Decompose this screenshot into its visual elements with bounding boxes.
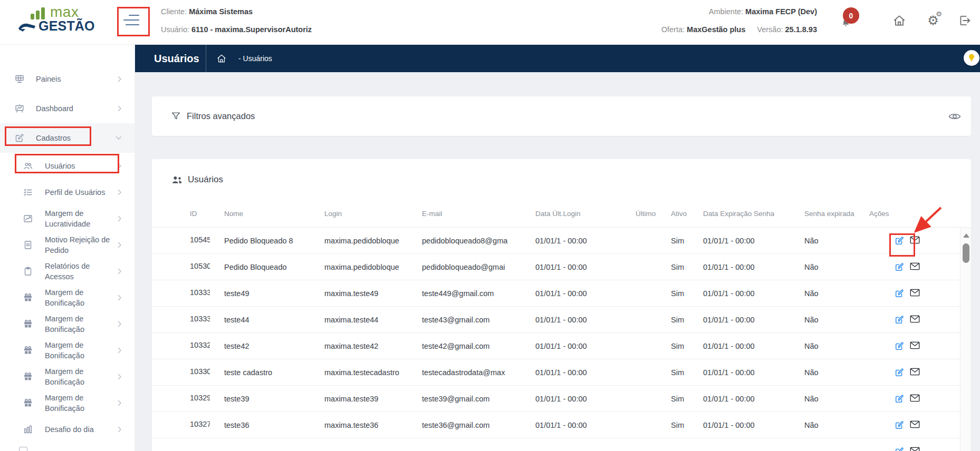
- page-title-bar: Usuários - Usuários: [135, 45, 980, 72]
- notifications-button[interactable]: 0: [841, 6, 862, 31]
- sidebar-item-paineis-0[interactable]: Paineis: [0, 64, 134, 94]
- sidebar-item-margem-de-bonificacao-9[interactable]: Margem de Bonificação: [0, 311, 134, 337]
- cell-data-expiracao-senha: 01/01/1 - 00:00: [703, 368, 804, 377]
- cell-nome: teste42: [224, 342, 324, 350]
- clipboard-icon: [23, 267, 33, 276]
- cell-ativo: Sim: [671, 421, 703, 429]
- users-icon: [23, 161, 33, 171]
- sidebar-item-label: Relatórios de Acessos: [45, 261, 114, 282]
- cell-actions: [869, 341, 957, 351]
- sidebar-item-motivo-rejeicao-de-pedido-6[interactable]: Motivo Rejeição de Pedido: [0, 232, 134, 258]
- edit-user-icon[interactable]: [895, 420, 904, 430]
- send-email-icon[interactable]: [910, 236, 919, 246]
- sidebar-item-cadastros-2[interactable]: Cadastros: [0, 123, 134, 153]
- dashboard-icon: [15, 104, 24, 113]
- table-row-8: [152, 438, 971, 451]
- sidebar-item-margem-de-bonificacao-10[interactable]: Margem de Bonificação: [0, 337, 134, 364]
- cell-login: maxima.teste49: [324, 289, 422, 298]
- col-nome: Nome: [224, 210, 324, 218]
- cell-data-ult-login: 01/01/1 - 00:00: [535, 316, 636, 324]
- cell-email: teste36@gmail.com: [422, 421, 535, 429]
- logo-text-gestao: GESTÃO: [39, 19, 95, 33]
- edit-user-icon[interactable]: [895, 315, 904, 325]
- cell-data-ult-login: 01/01/1 - 00:00: [535, 342, 636, 350]
- sidebar-item-margem-de-lucratividade-5[interactable]: Margem de Lucratividade: [0, 205, 134, 232]
- sidebar-item-dashboard-1[interactable]: Dashboard: [0, 94, 134, 123]
- home-button[interactable]: [890, 12, 908, 30]
- edit-user-icon[interactable]: [895, 262, 904, 272]
- toggle-visibility-eye-icon[interactable]: [948, 112, 961, 121]
- sidebar-item-label: Usuários: [45, 161, 75, 171]
- cell-nome: teste39: [224, 395, 324, 403]
- edit-user-icon[interactable]: [895, 368, 904, 377]
- chevron-right-icon: [118, 400, 122, 406]
- send-email-icon[interactable]: [910, 368, 919, 377]
- sidebar-item-relatorios-de-acessos-7[interactable]: Relatórios de Acessos: [0, 258, 134, 285]
- help-tips-button[interactable]: [964, 50, 979, 66]
- chevron-right-icon: [118, 374, 122, 380]
- sidebar-item-desafio-do-dia-13[interactable]: Desafio do dia: [0, 416, 134, 443]
- advanced-filters-toggle[interactable]: Filtros avançados: [152, 96, 971, 136]
- send-email-icon[interactable]: [910, 289, 919, 298]
- cell-senha-expirada: Não: [804, 395, 869, 403]
- menu-toggle-button[interactable]: [123, 13, 143, 30]
- sidebar-nav: PaineisDashboardCadastrosUsuáriosPerfil …: [0, 45, 135, 451]
- edit-user-icon[interactable]: [895, 289, 904, 298]
- cell-data-ult-login: 01/01/1 - 00:00: [535, 368, 636, 377]
- table-row-1: 10530Pedido Bloqueadomaxima.pedidobloque…: [152, 254, 971, 280]
- cell-actions: [869, 368, 957, 377]
- client-label: Cliente:: [161, 7, 187, 16]
- edit-user-icon[interactable]: [895, 447, 904, 451]
- cell-data-expiracao-senha: 01/01/1 - 00:00: [703, 342, 804, 350]
- chart-trend-icon: [23, 214, 33, 223]
- send-email-icon[interactable]: [910, 341, 919, 351]
- send-email-icon[interactable]: [910, 420, 919, 430]
- logout-button[interactable]: [956, 12, 974, 30]
- sidebar-item-margem-de-bonificacao-11[interactable]: Margem de Bonificação: [0, 364, 134, 390]
- col-ultimo: Último: [636, 210, 671, 218]
- cell-data-expiracao-senha: 01/01/1 - 00:00: [703, 421, 804, 429]
- sidebar-item-label: Cadastros: [36, 133, 71, 143]
- cell-ativo: Sim: [671, 316, 703, 324]
- user-value: 6110 - maxima.SupervisorAutoriz: [191, 25, 312, 34]
- send-email-icon[interactable]: [910, 315, 919, 325]
- table-scrollbar[interactable]: [960, 228, 971, 451]
- cell-actions: [869, 420, 957, 430]
- table-body: 10545Pedido Bloqueado 8maxima.pedidobloq…: [152, 228, 971, 451]
- logo-hand-icon: [18, 20, 36, 33]
- sidebar-item-label: Margem de Bonificação: [45, 287, 114, 308]
- breadcrumb-home-link[interactable]: [216, 53, 227, 64]
- scroll-up-arrow-icon[interactable]: [963, 233, 969, 238]
- cell-ativo: Sim: [671, 237, 703, 245]
- send-email-icon[interactable]: [910, 262, 919, 272]
- sidebar-item-perfil-de-usuarios-4[interactable]: Perfil de Usuários: [0, 179, 134, 205]
- cell-id: 10333: [190, 288, 224, 298]
- edit-user-icon[interactable]: [895, 341, 904, 351]
- cell-senha-expirada: Não: [804, 368, 869, 377]
- gift-icon: [23, 319, 33, 329]
- send-email-icon[interactable]: [910, 447, 919, 451]
- sidebar-item-margem-de-bonificacao-8[interactable]: Margem de Bonificação: [0, 285, 134, 311]
- edit-square-icon: [15, 133, 24, 143]
- sidebar-item-label: Perfil de Usuários: [45, 187, 105, 198]
- edit-user-icon[interactable]: [895, 394, 904, 404]
- logo-bars-icon: [31, 7, 46, 19]
- cell-data-ult-login: 01/01/1 - 00:00: [535, 237, 636, 245]
- cell-login: maxima.teste42: [324, 342, 422, 350]
- col-acoes: Ações: [869, 210, 957, 218]
- chevron-down-icon: [116, 136, 122, 140]
- cell-ativo: Sim: [671, 263, 703, 271]
- sidebar-item-usuarios-3[interactable]: Usuários: [0, 153, 134, 179]
- chevron-right-icon: [118, 268, 122, 274]
- sidebar-item-margem-de-bonificacao-12[interactable]: Margem de Bonificação: [0, 390, 134, 416]
- scrollbar-thumb[interactable]: [963, 243, 969, 263]
- settings-button[interactable]: ⚙ ⚙: [924, 12, 942, 30]
- advanced-filters-card: Filtros avançados: [152, 96, 971, 136]
- cell-data-expiracao-senha: 01/01/1 - 00:00: [703, 289, 804, 298]
- send-email-icon[interactable]: [910, 394, 919, 404]
- edit-user-icon[interactable]: [895, 236, 904, 246]
- sidebar-item-label: Margem de Bonificação: [45, 366, 114, 387]
- col-ativo: Ativo: [671, 210, 703, 218]
- chevron-right-icon: [118, 347, 122, 354]
- cell-senha-expirada: Não: [804, 237, 869, 245]
